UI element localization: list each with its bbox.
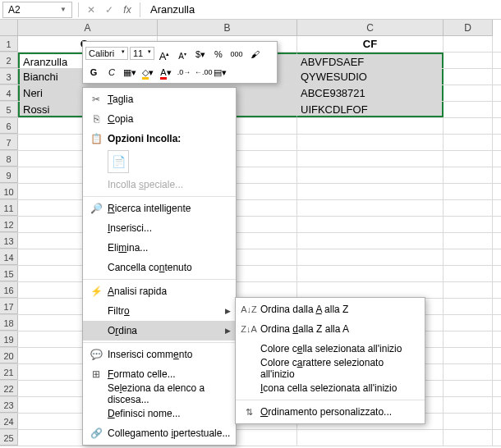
- row-header[interactable]: 21: [0, 364, 18, 380]
- col-header-c[interactable]: C: [297, 20, 444, 36]
- cell[interactable]: ABVFDSAEF: [297, 53, 444, 68]
- menu-insert-comment[interactable]: 💬Inserisci commento: [83, 345, 236, 364]
- row-header[interactable]: 22: [0, 381, 18, 396]
- cell[interactable]: [444, 36, 493, 52]
- cell[interactable]: [444, 249, 493, 265]
- row-header[interactable]: 17: [0, 299, 18, 314]
- row-header[interactable]: 6: [0, 118, 18, 134]
- row-header[interactable]: 23: [0, 397, 18, 413]
- col-header-d[interactable]: D: [444, 20, 493, 36]
- menu-define-name[interactable]: Definisci nome...: [83, 404, 236, 423]
- cell[interactable]: [444, 167, 493, 183]
- cell[interactable]: [444, 266, 493, 281]
- formula-value[interactable]: Aranzulla: [144, 3, 195, 16]
- row-header[interactable]: 5: [0, 102, 18, 117]
- fill-color-icon[interactable]: ◇▾: [140, 63, 156, 80]
- col-header-a[interactable]: A: [18, 20, 158, 36]
- cell[interactable]: [444, 200, 493, 216]
- cell[interactable]: CF: [297, 36, 444, 52]
- row-header[interactable]: 4: [0, 85, 18, 101]
- select-all-corner[interactable]: [0, 20, 18, 36]
- row-header[interactable]: 20: [0, 348, 18, 363]
- menu-cut[interactable]: ✂Taglia: [83, 89, 236, 109]
- row-header[interactable]: 25: [0, 430, 18, 446]
- cell[interactable]: [444, 397, 493, 413]
- row-header[interactable]: 14: [0, 249, 18, 265]
- menu-pick-from-list[interactable]: Seleziona da elenco a discesa...: [83, 384, 236, 404]
- paste-option-icon[interactable]: 📄: [108, 150, 129, 173]
- cell[interactable]: [444, 118, 493, 134]
- cell[interactable]: [444, 217, 493, 232]
- percent-format-icon[interactable]: %: [210, 45, 227, 62]
- cell[interactable]: [444, 430, 493, 446]
- row-header[interactable]: 13: [0, 233, 18, 249]
- cell[interactable]: [444, 184, 493, 199]
- row-header[interactable]: 3: [0, 69, 18, 85]
- submenu-sort-za[interactable]: Z↓AOrdina dalla Z alla A: [236, 319, 425, 339]
- submenu-custom-sort[interactable]: ⇅Ordinamento personalizzato...: [236, 402, 425, 422]
- merge-center-icon[interactable]: ▤▾: [212, 63, 228, 80]
- row-header[interactable]: 12: [0, 217, 18, 232]
- cell[interactable]: [297, 282, 444, 298]
- menu-sort[interactable]: Ordina▶: [83, 321, 236, 341]
- cell[interactable]: [444, 282, 493, 298]
- cell[interactable]: [444, 331, 493, 347]
- row-header[interactable]: 1: [0, 36, 18, 52]
- cell[interactable]: UIFKCDLFOF: [297, 102, 444, 117]
- menu-format-cells[interactable]: ⊞Formato celle...: [83, 364, 236, 384]
- format-painter-icon[interactable]: 🖌: [246, 45, 263, 62]
- row-header[interactable]: 15: [0, 266, 18, 281]
- row-header[interactable]: 7: [0, 135, 18, 150]
- font-selector[interactable]: Calibri▾: [85, 47, 128, 60]
- bold-button[interactable]: G: [85, 63, 102, 80]
- menu-insert[interactable]: Inserisci...: [83, 218, 236, 238]
- fx-icon[interactable]: fx: [118, 4, 136, 16]
- row-header[interactable]: 16: [0, 282, 18, 298]
- cell[interactable]: [297, 135, 444, 150]
- menu-smart-lookup[interactable]: 🔎Ricerca intelligente: [83, 199, 236, 218]
- cell[interactable]: [444, 381, 493, 396]
- cell[interactable]: [444, 315, 493, 331]
- confirm-icon[interactable]: ✓: [100, 4, 118, 16]
- menu-quick-analysis[interactable]: ⚡Analisi rapida: [83, 281, 236, 301]
- submenu-font-color-top[interactable]: Colore carattere selezionato all'inizio: [236, 359, 425, 378]
- row-header[interactable]: 11: [0, 200, 18, 216]
- submenu-cell-color-top[interactable]: Colore cella selezionata all'inizio: [236, 339, 425, 359]
- cell[interactable]: [444, 299, 493, 314]
- size-selector[interactable]: 11▾: [130, 47, 154, 60]
- row-header[interactable]: 19: [0, 331, 18, 347]
- row-header[interactable]: 2: [0, 53, 18, 68]
- cell[interactable]: [297, 249, 444, 265]
- cell[interactable]: [297, 233, 444, 249]
- cell[interactable]: [444, 135, 493, 150]
- row-header[interactable]: 8: [0, 151, 18, 167]
- cell[interactable]: [444, 69, 493, 85]
- cell[interactable]: [444, 102, 493, 117]
- cell[interactable]: [444, 151, 493, 167]
- comma-format-icon[interactable]: 000: [228, 45, 245, 62]
- cell[interactable]: QYWESUDIO: [297, 69, 444, 85]
- cell[interactable]: [297, 266, 444, 281]
- decrease-decimal-icon[interactable]: .0→: [176, 63, 192, 80]
- cell[interactable]: [297, 184, 444, 199]
- cell[interactable]: [297, 430, 444, 446]
- cell[interactable]: [444, 53, 493, 68]
- border-icon[interactable]: ▦▾: [122, 63, 138, 80]
- decrease-font-icon[interactable]: A▾: [174, 45, 191, 62]
- cell[interactable]: [297, 167, 444, 183]
- row-header[interactable]: 18: [0, 315, 18, 331]
- row-header[interactable]: 24: [0, 414, 18, 429]
- name-box[interactable]: A2 ▼: [2, 2, 72, 18]
- cell[interactable]: ABCE938721: [297, 85, 444, 101]
- cell[interactable]: [297, 217, 444, 232]
- submenu-sort-az[interactable]: A↓ZOrdina dalla A alla Z: [236, 299, 425, 319]
- font-color-icon[interactable]: A▾: [158, 63, 174, 80]
- menu-clear-contents[interactable]: Cancella contenuto: [83, 258, 236, 277]
- cancel-icon[interactable]: ✕: [82, 4, 100, 16]
- accounting-format-icon[interactable]: $▾: [192, 45, 209, 62]
- cell[interactable]: [444, 364, 493, 380]
- row-header[interactable]: 10: [0, 184, 18, 199]
- menu-hyperlink[interactable]: 🔗Collegamento ipertestuale...: [83, 423, 236, 443]
- cell[interactable]: [297, 151, 444, 167]
- cell[interactable]: [444, 414, 493, 429]
